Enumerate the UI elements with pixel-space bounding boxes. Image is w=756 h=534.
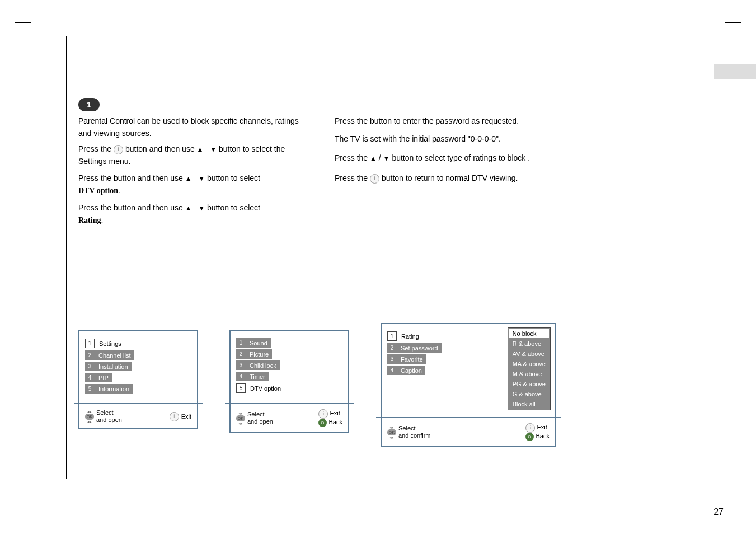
back-icon: ⊙	[318, 419, 327, 427]
info-icon: i	[114, 145, 123, 154]
menu-item: 3Child lock	[236, 360, 342, 370]
menu-item: 1Settings	[85, 338, 191, 349]
footer-text: Exit	[537, 424, 547, 430]
menu-item: 3Favorite	[387, 354, 502, 364]
right-para-1: Press the button to enter the password a…	[335, 115, 586, 127]
menu-item: 2Picture	[236, 349, 342, 359]
text-fragment: Press the	[335, 174, 370, 182]
menu-item: 2Channel list	[85, 350, 191, 360]
rating-options-table: No block R & above AV & above MA & above…	[508, 327, 551, 410]
menu-label: Information	[95, 384, 133, 394]
text-fragment: button to return to normal DTV viewing.	[382, 174, 518, 182]
side-tab	[714, 64, 756, 79]
menu-label: Set password	[397, 343, 442, 353]
footer-text: Select	[96, 409, 122, 416]
menu-item: 1Rating	[387, 331, 502, 341]
back-icon: ⊙	[525, 433, 534, 441]
menu-rating: 1Rating 2Set password 3Favorite 4Caption…	[381, 323, 556, 447]
crop-mark-tr	[725, 22, 741, 34]
left-para-1: Parental Control can be used to block sp…	[78, 115, 313, 140]
menu-label: Picture	[246, 349, 272, 359]
menu-item: 5Information	[85, 384, 191, 394]
menu-item: 4Caption	[387, 366, 502, 375]
ok-button-icon: ◂▸OK◂▸	[387, 425, 396, 439]
info-icon: i	[318, 409, 328, 419]
rating-option: Block all	[509, 400, 549, 409]
text-fragment: button and then use	[125, 144, 197, 153]
text-bold: Rating	[78, 216, 101, 224]
text-fragment: Press the button and then use	[78, 203, 185, 212]
text-fragment: Press the	[78, 144, 114, 153]
menu-label: Rating	[397, 331, 423, 341]
ok-button-icon: ◂▸OK◂▸	[85, 410, 94, 424]
text-bold: DTV option	[78, 186, 118, 195]
down-arrow-icon: ▼	[210, 146, 217, 153]
down-arrow-icon: ▼	[198, 175, 205, 182]
menu-label: Installation	[95, 362, 132, 371]
rating-option: No block	[509, 329, 549, 338]
menu-footer: ◂▸OK◂▸ Select and confirm i Exit ⊙ Back	[382, 421, 555, 446]
step-badge: 1	[78, 98, 100, 111]
footer-text: Select	[247, 411, 273, 418]
info-icon: i	[525, 423, 535, 433]
footer-text: Back	[536, 433, 550, 439]
page-number: 27	[713, 507, 724, 517]
menu-label: Sound	[246, 338, 271, 348]
footer-text: Back	[329, 419, 342, 425]
text-fragment: button to select	[207, 174, 260, 182]
menu-item: 4Timer	[236, 372, 342, 381]
menu-label: Channel list	[95, 350, 134, 360]
text-fragment: Press the	[335, 153, 370, 162]
menu-item: 3Installation	[85, 362, 191, 371]
menu-item: 2Set password	[387, 343, 502, 353]
right-para-3: Press the ▲ / ▼ button to select type of…	[335, 152, 586, 164]
menu-settings: 1Settings 2Channel list 3Installation 4P…	[78, 330, 198, 429]
down-arrow-icon: ▼	[383, 154, 390, 162]
footer-text: and open	[96, 416, 122, 424]
left-para-2: Press the i button and then use ▲ ▼ butt…	[78, 143, 313, 168]
rating-option: PG & above	[509, 380, 549, 388]
menu-footer: ◂▸OK◂▸ Select and open i Exit	[79, 407, 197, 428]
footer-text: and open	[247, 418, 273, 425]
crop-mark-tl	[15, 22, 31, 34]
up-arrow-icon: ▲	[197, 146, 204, 153]
footer-text: Exit	[330, 410, 340, 416]
menu-label: DTV option	[246, 383, 285, 394]
menu-label: Settings	[95, 338, 125, 349]
rating-option: G & above	[509, 390, 549, 399]
info-icon: i	[370, 174, 379, 184]
menu-item: 5DTV option	[236, 383, 342, 394]
menu-label: Child lock	[246, 360, 280, 370]
up-arrow-icon: ▲	[370, 154, 377, 162]
right-para-4: Press the i button to return to normal D…	[335, 172, 586, 184]
left-para-3: Press the button and then use ▲ ▼ button…	[78, 172, 313, 198]
menu-label: Timer	[246, 372, 269, 381]
right-para-2: The TV is set with the initial password …	[335, 133, 586, 145]
menu-label: Caption	[397, 366, 425, 375]
rating-option: M & above	[509, 369, 549, 378]
text-fragment: button to select	[207, 203, 260, 212]
left-para-4: Press the button and then use ▲ ▼ button…	[78, 202, 313, 227]
footer-text: Select	[398, 425, 430, 432]
text-fragment: Press the button and then use	[78, 174, 185, 182]
rating-option: R & above	[509, 339, 549, 348]
column-divider	[325, 114, 325, 265]
rating-option: AV & above	[509, 349, 549, 358]
footer-text: and confirm	[398, 432, 430, 439]
up-arrow-icon: ▲	[185, 204, 192, 212]
footer-text: Exit	[181, 413, 191, 420]
down-arrow-icon: ▼	[198, 204, 205, 212]
menu-label: Favorite	[397, 354, 426, 364]
text-fragment: button to select type of ratings to bloc…	[392, 153, 530, 162]
up-arrow-icon: ▲	[185, 175, 192, 182]
rating-option: MA & above	[509, 359, 549, 368]
menu-item: 4PIP	[85, 373, 191, 382]
ok-button-icon: ◂▸OK◂▸	[236, 411, 245, 425]
menu-dtv-option: 1Sound 2Picture 3Child lock 4Timer 5DTV …	[229, 330, 349, 433]
menu-footer: ◂▸OK◂▸ Select and open i Exit ⊙ Back	[231, 407, 348, 432]
menu-label: PIP	[95, 373, 112, 382]
menu-item: 1Sound	[236, 338, 342, 348]
info-icon: i	[170, 412, 179, 421]
